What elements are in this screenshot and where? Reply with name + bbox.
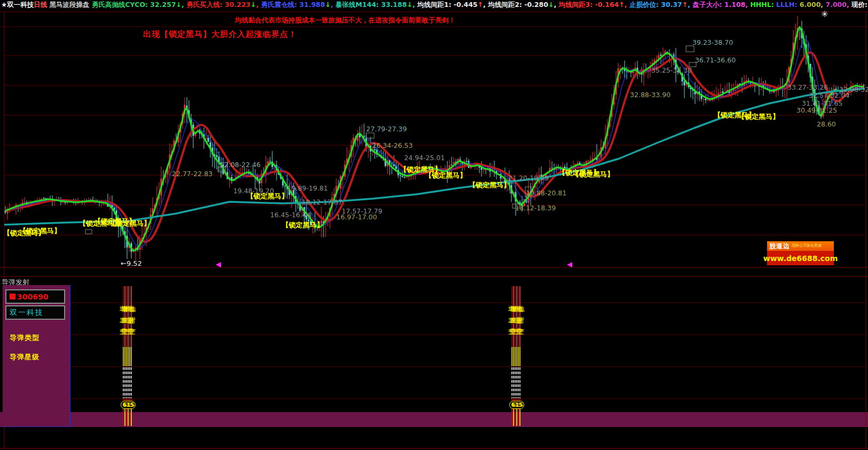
header-run: ↑ (478, 1, 483, 9)
header-run: ↓ (325, 1, 330, 9)
missile-star-badge: 615 (121, 401, 136, 409)
header-run: , (413, 1, 417, 9)
lock-heima-signal-label: 【锁定黑马】 (572, 171, 614, 178)
lock-heima-signal-label: 【锁定黑马】 (425, 172, 467, 179)
lock-heima-signal-label: 【锁定黑马】 (469, 181, 510, 188)
price-annotation: 28.60 (817, 121, 836, 128)
header-run: , (483, 1, 488, 9)
stock-name-box[interactable]: 双一科技 (5, 305, 65, 320)
header-run: 7.000, (825, 1, 851, 9)
header-run: LLLH: (776, 1, 800, 9)
header-run: ↓ (407, 1, 412, 9)
price-annotation: 32.88-33.90 (630, 92, 670, 99)
lock-heima-signal-label: 【锁定黑马】 (738, 113, 779, 120)
header-run: 盘子大小: 1.108, (692, 1, 750, 9)
header-run: ↑ (619, 1, 624, 9)
red-square-icon (10, 294, 15, 299)
lock-heima-signal-label: 【锁定黑马】 (19, 227, 61, 234)
missile-type-label: 导弹类型 (10, 333, 40, 343)
price-annotation: 33.27-33.26 (787, 84, 828, 91)
missile-type-text: 增地 (506, 306, 527, 312)
price-annotation: 19.88-20.81 (526, 190, 566, 197)
logo-brand: 股道边 (767, 242, 790, 251)
price-annotation: 32.57-32.04 (809, 92, 849, 99)
price-annotation: 16.97-17.00 (336, 214, 377, 221)
price-annotation: 35.25-35.30 (651, 67, 692, 74)
price-annotation: 30.49-31.25 (796, 107, 837, 114)
header-run: , (625, 1, 629, 9)
header-run: ↓ (250, 1, 256, 9)
price-annotation: 22.08-22.46 (220, 162, 261, 169)
indicator-header-bar: ★双一科技日线 黑马波段操盘 勇氏高抛线CYCO: 32.257↓, 勇氏买入线… (1, 1, 868, 10)
stock-code-box[interactable]: 300690 (5, 289, 65, 304)
price-annotation: 36.71-36.60 (695, 57, 736, 64)
header-run: 日线 (34, 1, 47, 9)
price-annotation: 19.89-19.81 (287, 185, 328, 192)
price-annotation: 27.79-27.39 (366, 126, 407, 133)
header-run: ★双一科技 (1, 1, 34, 9)
price-annotation: 24.94-25.01 (404, 155, 445, 162)
missile-info-panel: 300690 双一科技 导弹类型 导弹星级 (3, 285, 70, 427)
header-run: 勇氏震仓线: 31.988 (261, 1, 325, 9)
stock-code: 300690 (17, 293, 48, 301)
lock-heima-signal-label: 【锁定黑马】 (109, 220, 151, 227)
missile-type-text: 发射 (117, 317, 138, 323)
header-run: ↓ (176, 1, 182, 9)
star-marker: ✳ (821, 9, 828, 19)
header-run: 勇氏高抛线CYCO: 32.257 (92, 1, 176, 9)
missile-type-text: 增地 (117, 306, 138, 312)
header-run: 均线间距2: -0.280 (488, 1, 548, 9)
missile-star-badge: 615 (509, 401, 524, 409)
price-annotation: 16.45-16.44 (270, 212, 311, 219)
price-annotation: 39.23-38.70 (692, 40, 733, 46)
low-price-marker: ←9.52 (121, 259, 142, 267)
header-run: , (554, 1, 558, 9)
missile-type-text: 空空 (506, 328, 527, 335)
missile-type-text: 空空 (117, 328, 138, 335)
lock-heima-signal-label: 【锁定黑马】 (247, 193, 288, 200)
price-annotation: 26.34-26.53 (372, 143, 413, 149)
header-run: , (256, 1, 261, 9)
header-run: 勇氏买入线: 30.223 (186, 1, 250, 9)
gudaobian-watermark-logo: 股道边 指标公式量化资源 www.de6688.com (767, 241, 834, 265)
price-annotation: 21.20-19.79 (508, 175, 549, 182)
header-run: 6.000, (800, 1, 826, 9)
logo-tagline: 指标公式量化资源 (790, 244, 822, 248)
missile-type-text: 发射 (506, 317, 527, 323)
header-run: 现价: 30.620 (851, 1, 868, 9)
lock-heima-signal-label: 【锁定黑马】 (282, 222, 323, 228)
alert-text-line1: 均线黏合代表市场持股成本一致故抛压不大，在进攻指令面前要敢于亮剑！ (235, 16, 455, 25)
price-annotation: 18.12-17.87 (302, 199, 342, 206)
header-run: 止损价位: 30.37 (629, 1, 682, 9)
header-run: 黑马波段操盘 (47, 1, 92, 9)
header-run: ↓ (548, 1, 554, 9)
logo-url: www.de6688.com (763, 254, 838, 263)
price-annotation: 18.12-18.39 (515, 205, 556, 212)
header-run: 均线间距3: -0.164 (559, 1, 619, 9)
header-run: ↑ (682, 1, 688, 9)
alert-text-line2: 出现【锁定黑马】大胆介入起涨临界点！ (143, 29, 297, 40)
header-run: , (330, 1, 335, 9)
header-run: 暴张线M144: 33.188 (336, 1, 407, 9)
header-run: 均线间距1: -0.445 (417, 1, 478, 9)
header-run: HHHL: (750, 1, 776, 9)
missile-star-label: 导弹星级 (10, 352, 40, 362)
price-annotation: 22.77-22.83 (172, 171, 212, 178)
header-run: , (182, 1, 186, 9)
stock-name: 双一科技 (10, 308, 44, 318)
trading-app-window: ✳ ★双一科技日线 黑马波段操盘 勇氏高抛线CYCO: 32.257↓, 勇氏买… (0, 0, 868, 450)
